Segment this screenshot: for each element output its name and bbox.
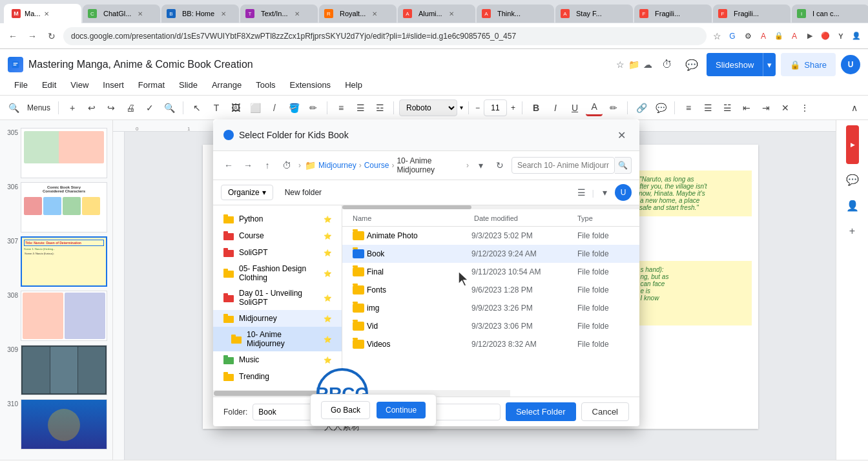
sidebar-item-anime[interactable]: 10- Anime Midjourney ⭐ [213,327,342,351]
numbered-list-button[interactable]: ☱ [719,99,736,116]
tab-8[interactable]: A Stay F... [555,5,633,23]
sidebar-icon-red[interactable]: ▶ [846,125,859,164]
left-panel-toggle[interactable]: ‹ [30,462,46,466]
paint-button[interactable]: ✏ [305,99,322,116]
menu-format[interactable]: Format [132,78,171,92]
file-item-book[interactable]: Book 9/12/2023 9:24 AM File folde [342,245,639,263]
extension-icon-7[interactable]: 🔴 [819,30,832,43]
undo-button[interactable]: ↩ [83,99,100,116]
slideshow-button[interactable]: Slideshow [707,53,763,76]
sidebar-item-python[interactable]: Python ⭐ [213,211,342,227]
spell-check-button[interactable]: ✓ [141,99,158,116]
menu-view[interactable]: View [64,78,95,92]
menu-file[interactable]: File [8,78,34,92]
clear-format-button[interactable]: ✕ [777,99,794,116]
sidebar-icon-user[interactable]: 👤 [842,195,863,216]
file-item-final[interactable]: Final 9/11/2023 10:54 AM File folde [342,263,639,281]
file-item-animate-photo[interactable]: Animate Photo 9/3/2023 5:02 PM File fold… [342,227,639,245]
sidebar-item-course[interactable]: Course ⭐ [213,227,342,244]
search-submit-button[interactable]: 🔍 [615,157,632,174]
tab-close-4[interactable]: ✕ [294,10,300,17]
shape-button[interactable]: ⬜ [247,99,264,116]
nav-back-button[interactable]: ← [221,158,236,173]
menu-tools[interactable]: Tools [249,78,282,92]
extension-icon-2[interactable]: ⚙ [741,30,754,43]
share-button[interactable]: 🔒 Share [781,53,836,76]
extension-icon-1[interactable]: G [726,30,739,43]
forward-button[interactable]: → [25,28,40,44]
cloud-icon[interactable]: ☁ [643,59,652,70]
slide-thumb-310[interactable] [21,399,107,450]
view-options-button[interactable]: ▾ [597,185,612,200]
align-left-button[interactable]: ≡ [333,99,349,116]
font-size-minus[interactable]: − [474,103,481,112]
extension-icon-8[interactable]: Y [834,30,847,43]
align-text-button[interactable]: ≡ [680,99,697,116]
user-icon-dialog[interactable]: U [615,184,632,201]
extension-icon-4[interactable]: 🔒 [772,30,785,43]
sidebar-item-trending[interactable]: Trending ⭐ [213,368,342,385]
extension-icon-3[interactable]: A [757,30,770,43]
tab-10[interactable]: F Fragili... [713,5,790,23]
menu-edit[interactable]: Edit [36,78,63,92]
sidebar-icon-add[interactable]: + [842,221,863,242]
menu-insert[interactable]: Insert [96,78,130,92]
slide-thumb-307[interactable]: Title: Naruto: Dawn of Determination Sce… [21,236,107,287]
line-button[interactable]: / [266,99,283,116]
sidebar-icon-comment[interactable]: 💬 [842,169,863,190]
slide-thumb-305[interactable] [21,128,107,178]
redo-button[interactable]: ↪ [103,99,119,116]
font-dropdown-icon[interactable]: ▾ [460,104,463,111]
sidebar-item-midjourney[interactable]: Midjourney ⭐ [213,310,342,327]
menu-slide[interactable]: Slide [172,78,204,92]
font-size-input[interactable]: 11 [484,99,507,116]
cancel-button[interactable]: Cancel [581,402,629,421]
align-center-button[interactable]: ☰ [352,99,369,116]
highlight-button[interactable]: ✏ [605,99,622,116]
file-item-img[interactable]: img 9/9/2023 3:26 PM File folde [342,299,639,317]
tab-close-1[interactable]: ✕ [44,10,49,17]
grid-view-button[interactable]: ⊞ [8,462,25,466]
breadcrumb-course[interactable]: Course [364,161,389,170]
tab-close-2[interactable]: ✕ [138,10,143,17]
text-color-button[interactable]: A [586,99,603,116]
right-panel-toggle[interactable]: › [843,462,860,466]
indent-right-button[interactable]: ⇥ [758,99,774,116]
organize-button[interactable]: Organize ▾ [221,185,273,200]
tab-5[interactable]: R Royalt... ✕ [319,5,397,23]
tab-close-5[interactable]: ✕ [372,10,377,17]
more-button[interactable]: ⋮ [796,99,813,116]
user-avatar[interactable]: U [841,55,860,74]
profile-icon[interactable]: 👤 [850,30,863,43]
scroll-thumb[interactable] [342,205,471,209]
new-folder-button[interactable]: New folder [278,185,328,200]
slide-thumb-309[interactable] [21,345,107,395]
zoom-button[interactable]: 🔍 [161,99,178,116]
underline-button[interactable]: U [566,99,583,116]
nav-forward-button[interactable]: → [240,158,256,173]
active-tab[interactable]: M Ma... ✕ [4,4,81,23]
refresh-button[interactable]: ↻ [492,158,508,173]
nav-recent-button[interactable]: ⏱ [279,158,294,173]
search-button[interactable]: 🔍 [5,99,22,116]
italic-button[interactable]: I [547,99,564,116]
tab-11[interactable]: I I can c... [792,5,868,23]
tab-6[interactable]: A Alumi... ✕ [398,5,475,23]
add-slide-button[interactable]: + [64,99,81,116]
star-icon[interactable]: ☆ [616,59,625,70]
sidebar-item-day01[interactable]: Day 01 - Unveiling SoliGPT ⭐ [213,285,342,310]
tab-3[interactable]: B BB: Home ✕ [161,5,239,23]
sidebar-item-soligpt[interactable]: SoliGPT ⭐ [213,244,342,261]
bookmark-icon[interactable]: ☆ [710,30,723,43]
tab-9[interactable]: F Fragili... [634,5,712,23]
url-input[interactable] [63,27,707,45]
back-button[interactable]: ← [5,28,21,44]
bold-button[interactable]: B [528,99,544,116]
font-selector[interactable]: Roboto [399,99,457,116]
breadcrumb-dropdown-button[interactable]: ▾ [473,158,488,173]
print-button[interactable]: 🖨 [122,99,139,116]
breadcrumb-midjourney[interactable]: Midjourney [318,161,356,170]
reload-button[interactable]: ↻ [44,28,59,44]
comment-button[interactable]: 💬 [652,99,669,116]
slide-thumb-306[interactable]: Comic Book StoryConsidered Characters [21,182,107,232]
